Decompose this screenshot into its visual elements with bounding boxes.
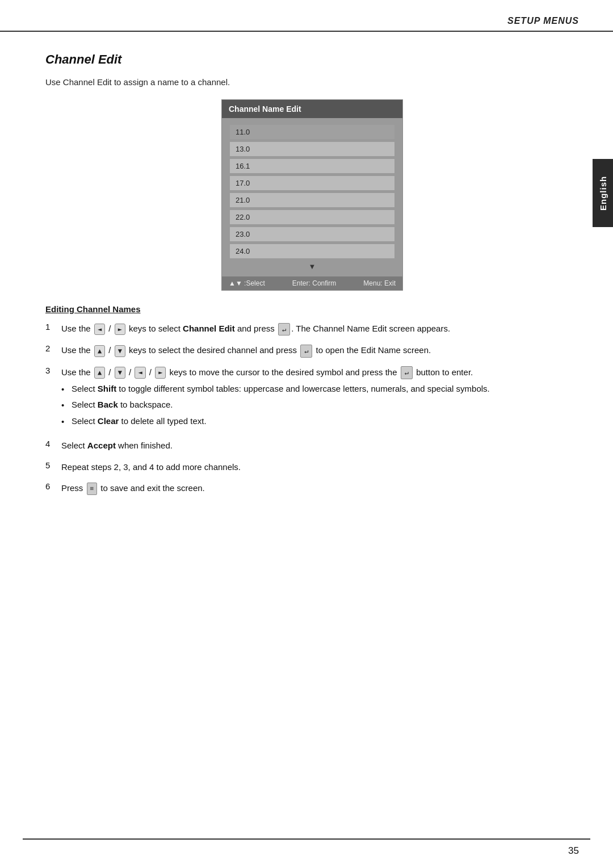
ui-box-wrapper: Channel Name Edit 11.0 13.0 16.1 17.0 21… [45,99,579,291]
step-text-4: Select Accept when finished. [61,439,579,452]
setup-menus-label: SETUP MENUS [507,16,579,26]
channel-item-5[interactable]: 22.0 [230,210,394,224]
step-number-3: 3 [45,366,59,375]
step-3-bullets: • Select Shift to toggle different symbo… [61,383,579,429]
step-3: 3 Use the ▲ / ▼ / ◄ / ► keys to move the… [45,366,579,431]
step-2: 2 Use the ▲ / ▼ keys to select the desir… [45,343,579,357]
bottom-area: 35 [0,838,613,868]
up-arrow-icon-3: ▲ [94,367,105,379]
bullet-clear: • Select Clear to delete all typed text. [61,415,579,429]
right-arrow-icon-3: ► [155,367,166,379]
ui-box-body: 11.0 13.0 16.1 17.0 21.0 22.0 23.0 24.0 … [222,118,402,276]
steps-list: 1 Use the ◄ / ► keys to select Channel E… [45,322,579,495]
step-number-5: 5 [45,460,59,470]
channel-item-3[interactable]: 17.0 [230,176,394,190]
step-number-1: 1 [45,322,59,332]
down-arrow-icon-3: ▼ [115,367,125,379]
editing-channel-names-heading: Editing Channel Names [45,304,579,314]
chapter-title: Channel Edit [45,52,579,67]
channel-item-6[interactable]: 23.0 [230,227,394,241]
ui-box-header: Channel Name Edit [222,100,402,118]
step-text-6: Press ≡ to save and exit the screen. [61,481,579,495]
step-number-2: 2 [45,343,59,353]
language-tab: English [593,159,613,227]
menu-button-icon: ≡ [87,483,98,494]
enter-icon-3 [401,366,413,379]
right-arrow-icon: ► [115,324,125,336]
step-1: 1 Use the ◄ / ► keys to select Channel E… [45,322,579,336]
page-header: SETUP MENUS [0,0,613,32]
step-text-1: Use the ◄ / ► keys to select Channel Edi… [61,322,579,336]
channel-item-7[interactable]: 24.0 [230,244,394,258]
footer-select-label: ▲▼ :Select [229,279,265,287]
intro-text: Use Channel Edit to assign a name to a c… [45,77,579,87]
up-arrow-icon: ▲ [94,345,105,357]
step-text-2: Use the ▲ / ▼ keys to select the desired… [61,343,579,357]
left-arrow-icon-3: ◄ [135,367,145,379]
step-6: 6 Press ≡ to save and exit the screen. [45,481,579,495]
step-5: 5 Repeat steps 2, 3, and 4 to add more c… [45,460,579,473]
enter-icon-2 [300,345,312,358]
footer-exit-label: Menu: Exit [363,279,396,287]
left-arrow-icon: ◄ [94,324,105,336]
step-text-5: Repeat steps 2, 3, and 4 to add more cha… [61,460,579,473]
main-content: Channel Edit Use Channel Edit to assign … [0,32,613,495]
bullet-back: • Select Back to backspace. [61,399,579,412]
page-wrapper: SETUP MENUS English Channel Edit Use Cha… [0,0,613,868]
scroll-down-indicator: ▼ [230,261,394,274]
step-text-3: Use the ▲ / ▼ / ◄ / ► keys to move the c… [61,366,579,431]
footer-confirm-label: Enter: Confirm [292,279,336,287]
page-number: 35 [568,845,579,857]
step-number-4: 4 [45,439,59,448]
channel-item-2[interactable]: 16.1 [230,159,394,173]
channel-item-1[interactable]: 13.0 [230,142,394,156]
down-arrow-icon: ▼ [115,345,125,357]
ui-box-footer: ▲▼ :Select Enter: Confirm Menu: Exit [222,276,402,290]
step-number-6: 6 [45,481,59,491]
enter-icon-1 [278,323,290,336]
page-number-row: 35 [0,840,613,868]
bullet-shift: • Select Shift to toggle different symbo… [61,383,579,396]
channel-name-edit-box: Channel Name Edit 11.0 13.0 16.1 17.0 21… [221,99,403,291]
channel-item-0[interactable]: 11.0 [230,125,394,139]
step-4: 4 Select Accept when finished. [45,439,579,452]
channel-item-4[interactable]: 21.0 [230,193,394,207]
